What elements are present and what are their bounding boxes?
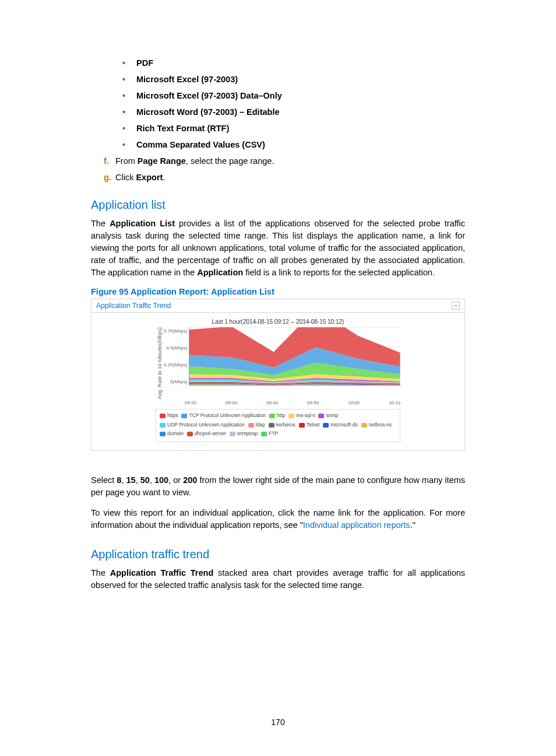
legend-item: FTP [261, 430, 278, 438]
application-traffic-trend-paragraph: The Application Traffic Trend stacked ar… [91, 567, 465, 592]
legend-label: http [277, 412, 285, 420]
legend-item: microsoft-ds [323, 421, 357, 429]
legend-label: ldap [256, 421, 265, 429]
legend-item: ldap [248, 421, 265, 429]
chart-y-ticks: 0.75(Mbps)0.5(Mbps)0.25(Mbps)0(Mbps) [164, 327, 189, 384]
legend-swatch [299, 423, 305, 428]
figure-caption: Figure 95 Application Report: Applicatio… [91, 287, 465, 296]
chart-y-axis-label: Avg. Rate in 10 Minutes(Mbps) [156, 327, 164, 399]
legend-swatch [361, 423, 367, 428]
application-list-heading: Application list [91, 198, 465, 212]
legend-label: snmptrap [237, 430, 258, 438]
export-format-item: Comma Separated Values (CSV) [136, 140, 465, 149]
chart-x-ticks: 09:2009:3009:4009:5010:0010:10 [185, 400, 400, 405]
legend-swatch [181, 414, 187, 418]
panel-title: Application Traffic Trend [96, 302, 171, 310]
page-number: 170 [0, 718, 556, 727]
export-format-item: PDF [136, 58, 465, 68]
legend-swatch [269, 414, 275, 418]
chart-legend: httpsTCP Protocol Unknown Applicationhtt… [156, 409, 400, 442]
legend-label: microsoft-ds [330, 421, 357, 429]
export-format-item: Microsoft Excel (97-2003) Data–Only [136, 91, 465, 100]
step-g: g. Click Export. [115, 173, 465, 182]
legend-item: snmptrap [230, 430, 258, 438]
legend-item: ms-sql-s [288, 412, 315, 420]
legend-item: kerberos [269, 421, 295, 429]
legend-label: domain [167, 430, 184, 438]
step-text: Click [115, 173, 136, 182]
legend-swatch [187, 432, 193, 436]
pagination-hint-paragraph: Select 8, 15, 50, 100, or 200 from the l… [91, 474, 465, 499]
application-list-paragraph: The Application List provides a list of … [91, 218, 465, 279]
chart-title: Last 1 hour(2014-08-15 09:12 -- 2014-08-… [156, 318, 400, 325]
legend-item: TCP Protocol Unknown Application [181, 412, 266, 420]
legend-item: domain [160, 430, 184, 438]
legend-item: UDP Protocol Unknown Application [160, 421, 245, 429]
legend-label: TCP Protocol Unknown Application [189, 412, 266, 420]
legend-item: snmp [318, 412, 338, 420]
legend-swatch [269, 423, 275, 428]
legend-label: netbios-ns [369, 421, 392, 429]
legend-label: ms-sql-s [296, 412, 315, 420]
legend-item: https [160, 412, 178, 420]
legend-label: dhcpv6-server [195, 430, 226, 438]
legend-item: dhcpv6-server [187, 430, 226, 438]
legend-label: snmp [326, 412, 338, 420]
legend-swatch [160, 423, 166, 428]
legend-swatch [261, 432, 267, 436]
legend-swatch [160, 414, 166, 418]
legend-label: https [167, 412, 178, 420]
collapse-icon[interactable]: − [452, 302, 460, 310]
legend-label: Telnet [307, 421, 320, 429]
legend-item: Telnet [299, 421, 320, 429]
legend-swatch [160, 432, 166, 436]
export-format-item: Microsoft Excel (97-2003) [136, 75, 465, 84]
legend-label: FTP [269, 430, 278, 438]
step-suffix: . [163, 173, 165, 182]
legend-swatch [288, 414, 294, 418]
individual-application-reports-link[interactable]: Individual application reports [303, 520, 410, 530]
step-bold: Page Range [138, 156, 186, 166]
individual-report-paragraph: To view this report for an individual ap… [91, 507, 465, 531]
step-bold: Export [136, 173, 163, 182]
step-text: From [115, 156, 138, 166]
step-letter: f. [104, 156, 109, 166]
legend-swatch [248, 423, 254, 428]
legend-swatch [318, 414, 324, 418]
export-format-item: Microsoft Word (97-2003) – Editable [136, 107, 465, 117]
legend-label: kerberos [276, 421, 295, 429]
export-format-item: Rich Text Format (RTF) [136, 124, 465, 133]
step-letter: g. [104, 173, 111, 182]
export-format-list: PDFMicrosoft Excel (97-2003)Microsoft Ex… [91, 58, 465, 149]
legend-swatch [230, 432, 235, 436]
legend-swatch [323, 423, 329, 428]
legend-label: UDP Protocol Unknown Application [167, 421, 245, 429]
application-traffic-trend-heading: Application traffic trend [91, 548, 465, 561]
chart-plot-area [189, 327, 400, 386]
legend-item: netbios-ns [361, 421, 392, 429]
step-f: f. From Page Range, select the page rang… [115, 156, 465, 166]
panel-header: Application Traffic Trend − [92, 299, 464, 313]
step-suffix: , select the page range. [186, 156, 275, 166]
legend-item: http [269, 412, 285, 420]
application-traffic-trend-panel: Application Traffic Trend − Last 1 hour(… [91, 299, 465, 451]
